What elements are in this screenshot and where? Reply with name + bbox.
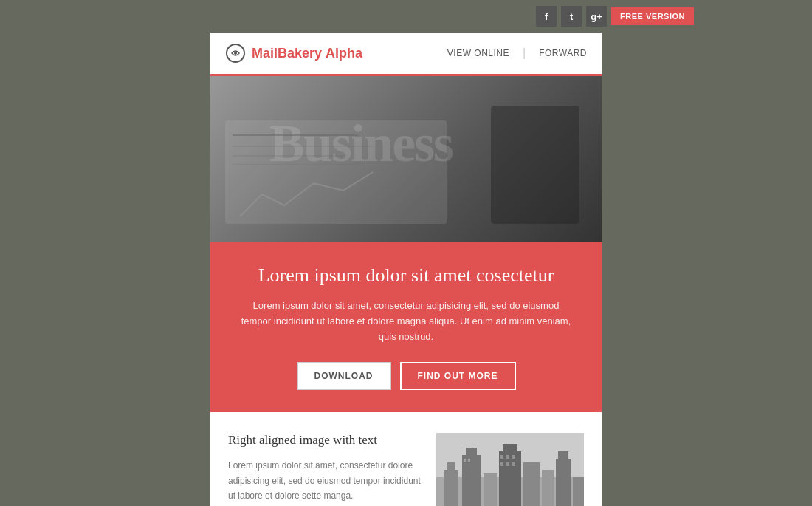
svg-rect-10 [444,470,458,506]
hero-image: Business [210,76,602,242]
svg-rect-16 [503,444,517,453]
newspaper-sim: Business [210,76,602,242]
email-container: MailBakery Alpha VIEW ONLINE | FORWARD B… [210,33,602,506]
svg-rect-15 [499,451,521,506]
svg-rect-11 [447,462,455,470]
red-section: Lorem ipsum dolor sit amet cosectetur Lo… [210,242,602,412]
svg-rect-17 [523,462,540,506]
gplus-icon: g+ [591,11,602,22]
svg-rect-29 [512,462,515,466]
nav-divider: | [523,47,526,60]
svg-rect-12 [462,455,481,506]
red-section-buttons: DOWNLOAD FIND OUT MORE [240,362,572,390]
content-heading: Right aligned image with text [228,433,422,448]
gplus-button[interactable]: g+ [586,6,607,27]
email-header: MailBakery Alpha VIEW ONLINE | FORWARD [210,33,602,76]
city-skyline [436,433,584,506]
logo-icon [225,43,246,64]
svg-rect-28 [506,462,509,466]
download-button[interactable]: DOWNLOAD [297,362,391,390]
svg-rect-18 [542,470,554,506]
svg-rect-23 [468,459,470,462]
find-out-more-button-red[interactable]: FIND OUT MORE [400,362,516,390]
facebook-icon: f [545,11,548,22]
svg-rect-21 [573,477,584,506]
content-text: Right aligned image with text Lorem ipsu… [228,433,422,506]
svg-rect-22 [464,459,466,462]
svg-rect-25 [506,455,509,459]
hero-decoration [210,76,602,242]
forward-link[interactable]: FORWARD [539,48,587,58]
content-image [436,433,584,506]
red-section-heading: Lorem ipsum dolor sit amet cosectetur [240,264,572,287]
content-section: Right aligned image with text Lorem ipsu… [210,412,602,506]
content-body: Lorem ipsum dolor sit amet, consectetur … [228,458,422,503]
svg-rect-19 [556,459,571,506]
free-version-button[interactable]: FREE VERSION [611,7,694,25]
logo-text: MailBakery Alpha [252,46,362,61]
twitter-button[interactable]: t [561,6,582,27]
facebook-button[interactable]: f [536,6,557,27]
header-nav: VIEW ONLINE | FORWARD [447,47,587,60]
svg-rect-27 [500,462,503,466]
svg-rect-24 [500,455,503,459]
svg-rect-26 [512,455,515,459]
svg-rect-2 [491,106,579,224]
city-image [436,433,584,506]
view-online-link[interactable]: VIEW ONLINE [447,48,509,58]
svg-rect-13 [466,448,477,457]
svg-rect-20 [558,451,568,460]
red-section-body: Lorem ipsum dolor sit amet, consectetur … [240,298,572,344]
twitter-icon: t [570,11,573,22]
logo-area: MailBakery Alpha [225,43,362,64]
top-bar: f t g+ FREE VERSION [0,0,812,33]
svg-point-1 [234,52,237,55]
svg-rect-14 [484,473,497,506]
